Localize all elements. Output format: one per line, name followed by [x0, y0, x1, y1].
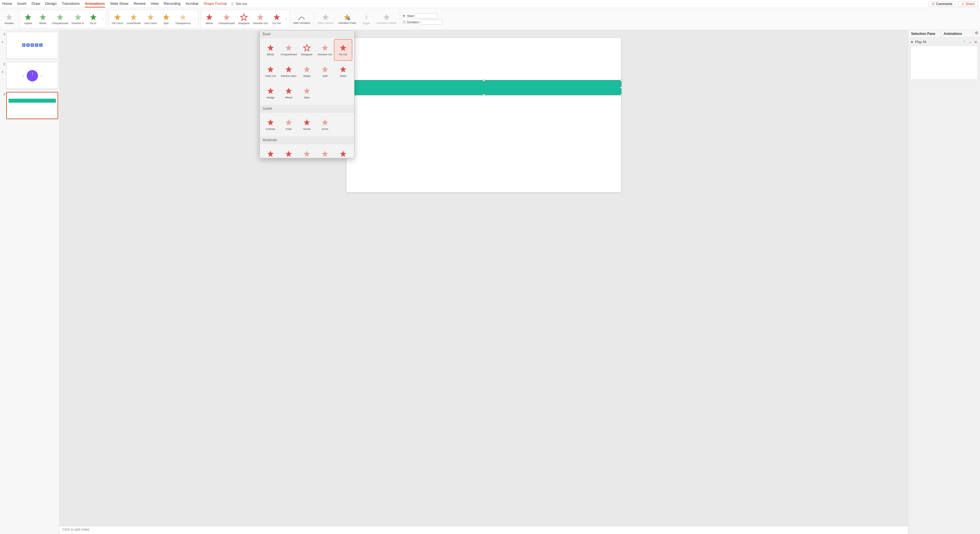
gallery-item-fly-out[interactable]: Fly Out [334, 39, 352, 61]
gallery-item-blinds[interactable]: Blinds [261, 39, 280, 61]
gallery-item-shrink-turn[interactable]: Shrink & Turn [316, 145, 334, 158]
tab-home[interactable]: Home [2, 0, 12, 7]
gallery-item-collapse[interactable]: Collapse [280, 145, 298, 158]
duration-input[interactable] [421, 19, 442, 25]
tab-shape-format[interactable]: Shape Format [204, 0, 227, 7]
slide-canvas[interactable] [347, 38, 621, 192]
move-down-icon[interactable] [968, 40, 972, 44]
tab-recording[interactable]: Recording [164, 0, 181, 7]
tab-review[interactable]: Review [134, 0, 146, 7]
gallery-item-fade[interactable]: Fade [280, 114, 298, 135]
emphasis-grow-shrink[interactable]: Grow/Shrink [125, 13, 142, 25]
star-icon [267, 44, 275, 52]
share-button[interactable]: Share [958, 1, 978, 7]
trigger-button: Trigger [359, 13, 373, 25]
gallery-item-random-bars[interactable]: Random Bars [280, 61, 298, 82]
tab-view[interactable]: View [151, 0, 159, 7]
label: Wedge [267, 96, 275, 99]
resize-handle[interactable] [620, 86, 622, 89]
svg-marker-39 [304, 119, 310, 126]
gallery-item-sink-down[interactable]: Sink Down [334, 145, 352, 158]
gallery-item-wheel[interactable]: Wheel [280, 82, 298, 104]
animation-pane-button[interactable]: Animation Pane [337, 13, 357, 25]
exit-dissolve-out[interactable]: Dissolve Out [252, 13, 269, 25]
tab-insert[interactable]: Insert [17, 0, 27, 7]
tab-slideshow[interactable]: Slide Show [110, 0, 129, 7]
close-panel-button[interactable] [973, 30, 980, 37]
resize-handle[interactable] [483, 79, 485, 81]
thumb-number: 2 [1, 62, 5, 66]
delete-icon[interactable] [974, 40, 978, 44]
play-all-label: Play All [915, 40, 926, 44]
gallery-item-disappear[interactable]: Disappear [298, 39, 316, 61]
gallery-item-peek-out[interactable]: Peek Out [261, 61, 280, 82]
star-icon [303, 44, 311, 52]
emphasis-transparency[interactable]: Transparency [174, 13, 192, 25]
entrance-appear[interactable]: Appear [21, 13, 35, 25]
svg-marker-2 [25, 14, 31, 20]
entrance-chequerboard[interactable]: Chequerboard [51, 13, 70, 25]
gallery-item-split[interactable]: Split [316, 61, 334, 82]
exit-chequerboard[interactable]: Chequerboard [217, 13, 236, 25]
gallery-item-strips[interactable]: Strips [334, 61, 352, 82]
tell-me-search[interactable]: Tell me [230, 2, 247, 6]
resize-handle[interactable] [620, 94, 622, 96]
entrance-blinds[interactable]: Blinds [36, 13, 49, 25]
play-icon [402, 14, 406, 17]
slide-thumb-3[interactable]: 3 [1, 92, 58, 119]
resize-handle[interactable] [620, 79, 622, 81]
preview-icon [5, 13, 13, 21]
lightbulb-icon [230, 2, 234, 6]
gallery-item-swivel[interactable]: Swivel [298, 114, 316, 135]
animations-pane-tab[interactable]: Animations [941, 30, 974, 37]
emphasis-line-colour[interactable]: Line Colour [143, 13, 158, 25]
path-animation-button[interactable]: Path Animation [292, 13, 312, 25]
badge: 1 [39, 43, 43, 47]
gallery-item-zoom[interactable]: Zoom [316, 114, 334, 135]
tab-acrobat[interactable]: Acrobat [186, 0, 199, 7]
slide-thumb-1[interactable]: 1 ✦ 5 4 3 2 1 [1, 32, 58, 59]
tab-design[interactable]: Design [45, 0, 57, 7]
selection-pane-tab[interactable]: Selection Pane [908, 30, 941, 37]
star-icon [285, 119, 293, 127]
gallery-item-wipe[interactable]: Wipe [298, 82, 316, 104]
tab-draw[interactable]: Draw [32, 0, 40, 7]
label: Trigger [362, 22, 370, 25]
painter-icon [383, 13, 390, 21]
emphasis-more[interactable]: › [193, 17, 196, 21]
label: Peek Out [265, 75, 276, 78]
comments-button[interactable]: Comments [928, 1, 956, 7]
exit-disappear[interactable]: Disappear [237, 13, 251, 25]
entrance-more[interactable]: › [101, 17, 104, 21]
emphasis-fill-colour[interactable]: Fill Colour [111, 13, 124, 25]
selected-rectangle-shape[interactable] [346, 80, 622, 95]
gallery-item-centre-revolve[interactable]: Centre Revolve [261, 145, 280, 158]
resize-handle[interactable] [483, 94, 485, 96]
gallery-item-shape[interactable]: Shape [298, 61, 316, 82]
notes-area[interactable]: Click to add notes [60, 526, 908, 534]
star-icon [267, 150, 275, 158]
gallery-item-dissolve-out[interactable]: Dissolve Out [316, 39, 334, 61]
exit-more[interactable]: › [285, 17, 288, 21]
tab-transitions[interactable]: Transitions [62, 0, 80, 7]
entrance-dissolve-in[interactable]: Dissolve In [71, 13, 85, 25]
preview-button[interactable]: Preview [2, 13, 16, 25]
gallery-item-float-out[interactable]: Float Out [298, 145, 316, 158]
exit-blinds[interactable]: Blinds [202, 13, 216, 25]
start-input[interactable] [416, 13, 437, 18]
gallery-grid-basic: BlindsChequerboardDisappearDissolve OutF… [260, 38, 354, 105]
emphasis-spin[interactable]: Spin [159, 13, 173, 25]
tab-animations[interactable]: Animations [85, 0, 105, 7]
animation-list[interactable] [910, 46, 978, 80]
entrance-fly-in[interactable]: Fly In [86, 13, 100, 25]
star-icon [89, 13, 97, 21]
gallery-item-contract[interactable]: Contract [261, 114, 280, 135]
move-up-icon[interactable] [963, 40, 966, 44]
gallery-item-wedge[interactable]: Wedge [261, 82, 280, 104]
play-all-button[interactable]: Play All [910, 40, 926, 44]
svg-marker-33 [340, 66, 346, 72]
exit-fly-out[interactable]: Fly Out [270, 13, 283, 25]
gallery-item-chequerboard[interactable]: Chequerboard [280, 39, 298, 61]
slide-thumb-2[interactable]: 2 ✦ 0 15 30 45 [1, 62, 58, 89]
svg-marker-14 [240, 14, 247, 20]
